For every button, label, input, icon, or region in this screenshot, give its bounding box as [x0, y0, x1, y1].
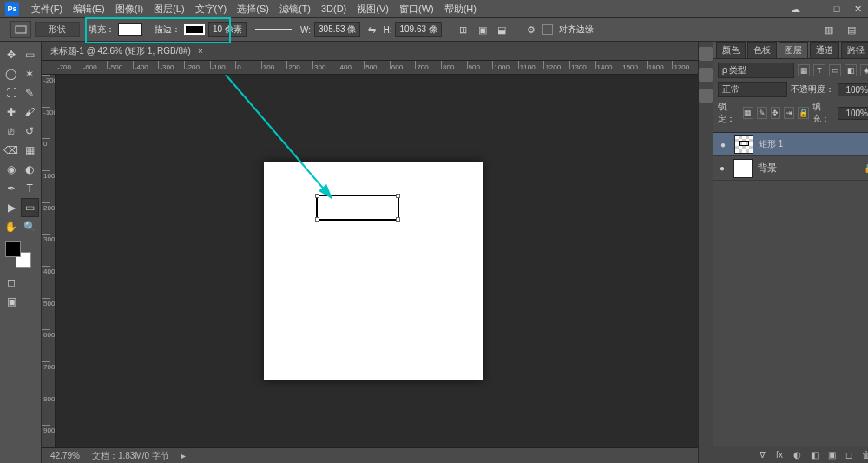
foreground-background-swatch[interactable]	[5, 241, 31, 268]
ruler-vertical[interactable]: -200-10001002003004005006007008009001000	[42, 75, 56, 447]
dock-icon-1[interactable]	[699, 47, 713, 61]
crop-tool[interactable]: ⛶	[2, 83, 21, 103]
tab-color[interactable]: 颜色	[716, 42, 746, 58]
dodge-tool[interactable]: ◐	[21, 160, 40, 179]
eraser-tool[interactable]: ⌫	[2, 141, 21, 160]
layer-kind-dropdown[interactable]: ρ 类型	[718, 63, 794, 78]
visibility-toggle[interactable]: ●	[717, 140, 729, 149]
blend-mode-dropdown[interactable]: 正常	[718, 82, 787, 97]
kind-filter-5[interactable]: ◈	[860, 64, 868, 76]
menu-type[interactable]: 文字(Y)	[190, 3, 233, 16]
layer-thumbnail[interactable]	[733, 159, 753, 178]
stroke-style-line[interactable]	[255, 29, 292, 30]
tab-paths[interactable]: 路径	[841, 42, 868, 58]
lock-pixels[interactable]: ▦	[743, 107, 753, 119]
rectangle-shape[interactable]	[316, 195, 399, 221]
menu-edit[interactable]: 编辑(E)	[68, 3, 110, 16]
link-layers-icon[interactable]: ᐁ	[756, 449, 768, 461]
panel-toggle-icon-1[interactable]: ▥	[821, 22, 837, 37]
blur-tool[interactable]: ◉	[2, 160, 21, 179]
canvas-area[interactable]	[56, 75, 698, 447]
artboard-tool[interactable]: ▭	[21, 45, 40, 64]
menu-window[interactable]: 窗口(W)	[394, 3, 439, 16]
layer-row[interactable]: ● 矩形 1	[713, 132, 868, 156]
kind-filter-1[interactable]: ▦	[798, 64, 810, 76]
eyedropper-tool[interactable]: ✎	[21, 83, 40, 103]
quickmask-toggle[interactable]: ◻	[2, 273, 21, 292]
shape-tool-icon[interactable]	[10, 21, 31, 38]
hand-tool[interactable]: ✋	[2, 217, 21, 236]
close-button[interactable]: ✕	[847, 3, 868, 15]
path-op-icon-1[interactable]: ⊞	[456, 22, 471, 37]
ruler-horizontal[interactable]: -700-600-500-400-300-200-100010020030040…	[42, 61, 698, 75]
screenmode-toggle[interactable]: ▣	[2, 292, 21, 311]
kind-filter-3[interactable]: ▭	[829, 64, 841, 76]
lock-position[interactable]: ✎	[757, 107, 767, 119]
group-icon[interactable]: ▣	[825, 449, 838, 461]
layer-name[interactable]: 背景	[758, 162, 777, 175]
type-tool[interactable]: T	[21, 179, 40, 198]
zoom-level[interactable]: 42.79%	[50, 451, 80, 460]
cloud-icon[interactable]: ☁	[785, 3, 806, 15]
gradient-tool[interactable]: ▦	[21, 141, 40, 160]
menu-layer[interactable]: 图层(L)	[148, 3, 189, 16]
healing-tool[interactable]: ✚	[2, 103, 21, 122]
stamp-tool[interactable]: ⎚	[2, 122, 21, 141]
fill-opacity-value[interactable]: 100%	[838, 107, 868, 120]
move-tool[interactable]: ✥	[2, 45, 21, 64]
menu-select[interactable]: 选择(S)	[232, 3, 274, 16]
stroke-swatch[interactable]	[184, 24, 205, 35]
trash-icon[interactable]: 🗑	[860, 449, 868, 461]
new-layer-icon[interactable]: ◻	[843, 449, 855, 461]
tab-swatches[interactable]: 色板	[747, 42, 777, 58]
zoom-tool[interactable]: 🔍	[21, 217, 40, 236]
layer-row[interactable]: ● 背景 🔒	[713, 156, 868, 181]
opacity-value[interactable]: 100%	[838, 83, 868, 96]
visibility-toggle[interactable]: ●	[716, 163, 728, 173]
menu-help[interactable]: 帮助(H)	[439, 3, 482, 16]
tab-layers[interactable]: 图层	[779, 42, 808, 58]
path-op-icon-3[interactable]: ⬓	[494, 22, 510, 37]
path-op-icon-2[interactable]: ▣	[475, 22, 490, 37]
width-field[interactable]: 305.53 像	[314, 22, 360, 37]
kind-filter-4[interactable]: ◧	[845, 64, 857, 76]
brush-tool[interactable]: 🖌	[21, 103, 40, 122]
path-select-tool[interactable]: ▶	[2, 198, 21, 217]
dock-icon-2[interactable]	[699, 68, 713, 82]
menu-view[interactable]: 视图(V)	[352, 3, 394, 16]
magic-wand-tool[interactable]: ✶	[21, 64, 40, 83]
panel-toggle-icon-2[interactable]: ▤	[844, 22, 859, 37]
lock-artboard[interactable]: ⇥	[784, 107, 794, 119]
height-field[interactable]: 109.63 像	[395, 22, 441, 37]
maximize-button[interactable]: □	[826, 3, 847, 15]
minimize-button[interactable]: –	[806, 3, 826, 15]
rectangle-tool[interactable]: ▭	[21, 198, 39, 217]
status-chevron-icon[interactable]: ▸	[181, 451, 186, 460]
layer-name[interactable]: 矩形 1	[759, 138, 783, 150]
doc-info[interactable]: 文档：1.83M/0 字节	[92, 450, 169, 462]
gear-icon[interactable]: ⚙	[523, 22, 539, 37]
stroke-width-field[interactable]: 10 像素	[208, 22, 247, 37]
tab-channels[interactable]: 通道	[810, 42, 839, 58]
pen-tool[interactable]: ✒	[2, 179, 21, 198]
shape-mode-dropdown[interactable]: 形状	[35, 22, 80, 37]
adjustment-icon[interactable]: ◧	[808, 449, 820, 461]
layer-thumbnail[interactable]	[734, 135, 753, 154]
document-tab-close[interactable]: ×	[198, 46, 203, 56]
menu-image[interactable]: 图像(I)	[110, 3, 148, 16]
lock-move[interactable]: ✥	[771, 107, 781, 119]
kind-filter-2[interactable]: T	[813, 64, 825, 76]
link-dimensions-icon[interactable]: ⇋	[364, 22, 379, 37]
mask-icon[interactable]: ◐	[791, 449, 803, 461]
history-brush-tool[interactable]: ↺	[21, 122, 40, 141]
lock-all[interactable]: 🔒	[798, 107, 809, 119]
dock-icon-3[interactable]	[699, 89, 713, 103]
fill-swatch[interactable]	[118, 23, 142, 36]
fx-icon[interactable]: fx	[773, 449, 786, 461]
menu-filter[interactable]: 滤镜(T)	[274, 3, 316, 16]
menu-3d[interactable]: 3D(D)	[316, 3, 352, 14]
align-edges-checkbox[interactable]	[542, 24, 553, 35]
document-tab[interactable]: 未标题-1 @ 42.6% (矩形 1, RGB/8#) ×	[42, 42, 698, 61]
lasso-tool[interactable]: ◯	[2, 64, 21, 83]
menu-file[interactable]: 文件(F)	[26, 3, 68, 16]
